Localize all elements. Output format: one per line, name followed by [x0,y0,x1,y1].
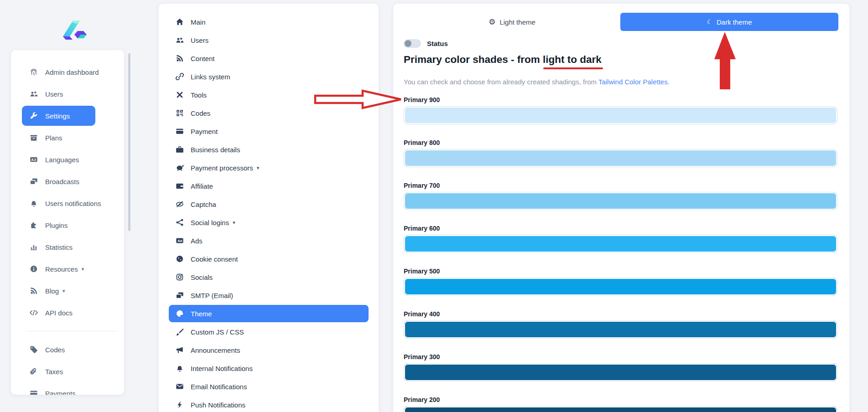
sidebar-item-users-label: Users [45,90,63,98]
settings-nav-item-users[interactable]: Users [159,31,379,49]
sidebar-item-api-docs-label: API docs [45,309,73,317]
chevron-down-icon: ▾ [233,220,235,226]
sidebar-item-plans-label: Plans [45,134,62,142]
settings-nav-item-announcements-label: Announcements [191,346,240,354]
settings-nav-item-socials[interactable]: Socials [159,268,379,286]
sidebar-item-taxes[interactable]: Taxes [11,360,124,382]
briefcase-icon [175,145,184,154]
sidebar-item-plugins[interactable]: Plugins [11,214,124,236]
shade-swatch-primary-900[interactable] [404,106,837,124]
shade-swatch-primary-400[interactable] [404,320,837,339]
settings-nav-item-tools[interactable]: Tools [159,86,379,104]
tags-icon [29,345,38,354]
settings-nav-item-main[interactable]: Main [159,13,379,31]
shade-swatch-primary-700[interactable] [404,192,837,210]
settings-nav-item-social-logins[interactable]: Social logins▾ [159,213,379,232]
settings-nav-item-ads-label: Ads [191,237,203,245]
settings-nav-item-push-notifications[interactable]: Push Notifications [159,396,379,412]
settings-nav-item-affiliate-label: Affiliate [191,182,213,190]
settings-nav-item-users-label: Users [191,36,208,44]
sidebar-item-languages[interactable]: AZLanguages [11,149,124,170]
page-description: You can check and choose from already cr… [404,78,670,86]
credit-card-icon [175,127,184,136]
shade-row-primary-700: Primary 700 [404,182,837,210]
settings-nav-item-links-system-label: Links system [191,73,230,81]
settings-nav-item-theme-label: Theme [191,310,212,318]
svg-text:Ad: Ad [177,239,182,243]
sidebar-item-settings-label: Settings [45,112,70,120]
theme-settings-panel: ⚙ Light theme ☾ Dark theme Status Primar… [393,4,849,412]
settings-nav-item-content[interactable]: Content [159,49,379,67]
settings-nav-item-affiliate[interactable]: Affiliate [159,177,379,195]
settings-nav-item-codes-label: Codes [191,109,210,117]
settings-nav-item-business-details[interactable]: Business details [159,140,379,159]
sidebar-item-broadcasts[interactable]: Broadcasts [11,170,124,192]
megaphone-icon [175,345,184,355]
qr-icon [175,108,184,118]
shade-swatch-primary-200[interactable] [404,406,837,412]
settings-nav-item-captcha[interactable]: Captcha [159,195,379,213]
page-title-prefix: Primary color shades - from [404,54,543,65]
tools-icon [175,90,184,99]
shade-swatch-primary-800[interactable] [404,149,837,167]
sidebar-item-plans[interactable]: Plans [11,127,124,149]
settings-nav-item-cookie-consent-label: Cookie consent [191,255,238,263]
settings-nav-item-announcements[interactable]: Announcements [159,341,379,359]
sidebar-item-languages-label: Languages [45,156,79,164]
sidebar-item-users[interactable]: Users [11,83,124,105]
shade-swatch-primary-300[interactable] [404,363,837,381]
sidebar-item-settings[interactable]: Settings [22,106,95,126]
chart-bar-icon [29,242,38,252]
svg-text:A: A [31,158,34,162]
settings-nav-item-cookie-consent[interactable]: Cookie consent [159,250,379,268]
settings-nav-item-codes[interactable]: Codes [159,104,379,122]
box-icon [29,133,38,142]
light-theme-label: Light theme [499,18,535,26]
settings-nav-item-internal-notifications[interactable]: Internal Notifications [159,359,379,377]
settings-nav-item-payment-label: Payment [191,128,218,135]
status-label: Status [427,40,448,47]
share-icon [175,218,184,227]
info-circle-icon [29,264,38,273]
settings-nav-item-internal-notifications-label: Internal Notifications [191,365,253,372]
sidebar-item-api-docs[interactable]: API docs [11,302,124,324]
shade-row-primary-800: Primary 800 [404,139,837,167]
tailwind-palettes-link[interactable]: Tailwind Color Palettes. [598,78,670,86]
sidebar-item-payments[interactable]: Payments [11,382,124,395]
settings-nav-item-ads[interactable]: AdAds [159,232,379,250]
fingerprint-icon [29,67,38,77]
status-row: Status [404,39,448,48]
svg-text:Z: Z [34,158,36,162]
sidebar-item-codes[interactable]: Codes [11,339,124,360]
sidebar-item-resources[interactable]: Resources▾ [11,258,124,280]
sidebar-item-statistics[interactable]: Statistics [11,236,124,258]
page-description-text: You can check and choose from already cr… [404,78,598,86]
sidebar-item-users-notifications[interactable]: Users notifications [11,192,124,214]
settings-nav-item-theme[interactable]: Theme [169,305,369,322]
shade-label: Primary 400 [404,310,837,319]
app-logo [60,18,89,43]
sidebar-item-admin-dashboard[interactable]: Admin dashboard [11,61,124,83]
mail-bulk-icon [175,291,184,300]
settings-nav-item-smtp-email[interactable]: SMTP (Email) [159,286,379,304]
settings-nav-item-email-notifications[interactable]: Email Notifications [159,377,379,396]
blog-icon [175,54,184,63]
shade-label: Primary 300 [404,353,837,362]
settings-nav-item-business-details-label: Business details [191,146,240,154]
settings-nav-item-payment[interactable]: Payment [159,122,379,140]
dark-theme-button[interactable]: ☾ Dark theme [620,13,838,31]
shade-swatch-primary-600[interactable] [404,235,837,253]
settings-nav-item-custom-js-css[interactable]: Custom JS / CSS [159,323,379,341]
sidebar-item-blog[interactable]: Blog▾ [11,280,124,302]
chevron-down-icon: ▾ [82,266,84,272]
settings-nav-item-links-system[interactable]: Links system [159,67,379,86]
status-toggle[interactable] [404,39,421,48]
shade-swatch-primary-500[interactable] [404,278,837,296]
shade-row-primary-600: Primary 600 [404,225,837,253]
settings-nav-item-payment-processors-label: Payment processors [191,164,253,172]
light-theme-button[interactable]: ⚙ Light theme [404,13,620,31]
shade-label: Primary 700 [404,182,837,191]
bell-icon [29,199,38,208]
sidebar-scrollbar[interactable] [128,53,130,231]
settings-nav-item-payment-processors[interactable]: Payment processors▾ [159,159,379,177]
